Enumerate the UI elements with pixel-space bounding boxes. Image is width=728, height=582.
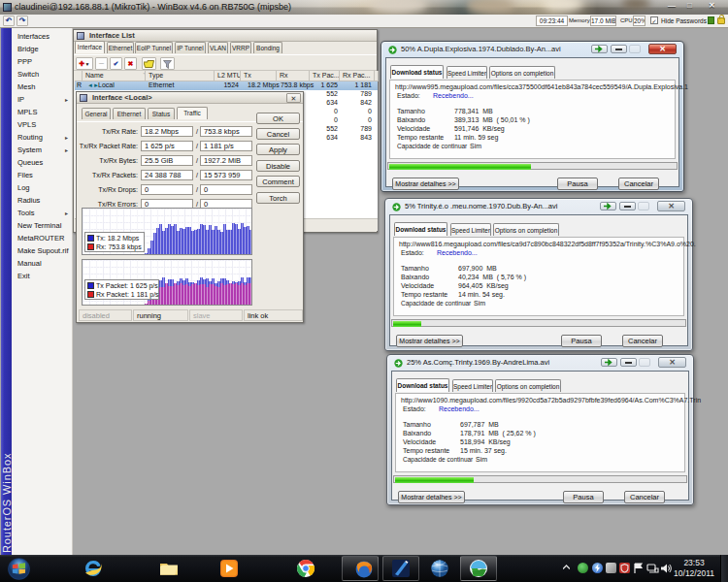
svg-text:RouterOS WinBox: RouterOS WinBox [1,453,13,553]
